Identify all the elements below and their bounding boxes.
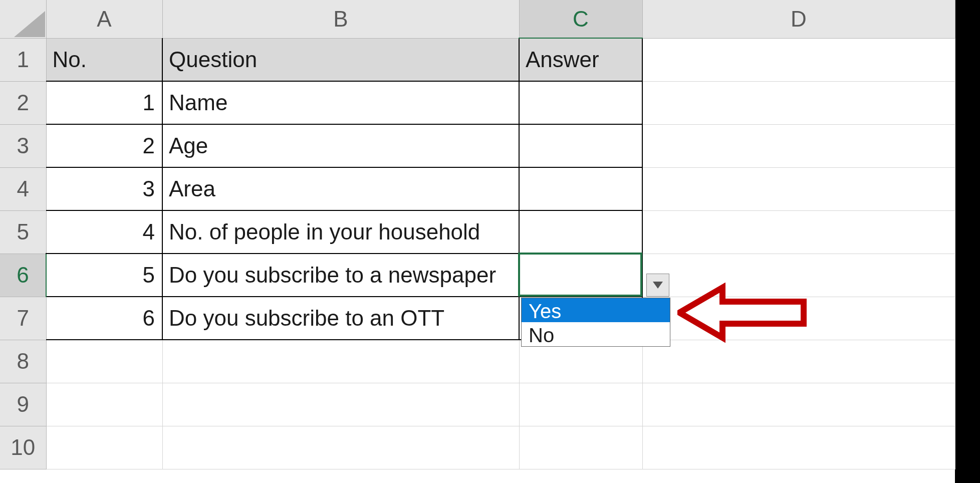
cell-B7[interactable]: Do you subscribe to an OTT (162, 297, 519, 340)
cell-C4[interactable] (519, 167, 642, 210)
row-header-7[interactable]: 7 (0, 297, 46, 340)
cell-D8[interactable] (642, 340, 955, 383)
cell-A10[interactable] (46, 426, 162, 469)
cell-D4[interactable] (642, 167, 955, 210)
annotation-arrow-icon (677, 283, 808, 343)
cell-D1[interactable] (642, 38, 955, 81)
cell-B6[interactable]: Do you subscribe to a newspaper (162, 254, 519, 297)
cell-C10[interactable] (519, 426, 642, 469)
row-header-8[interactable]: 8 (0, 340, 46, 383)
cell-B2[interactable]: Name (162, 81, 519, 124)
cell-A3[interactable]: 2 (46, 124, 162, 167)
cell-C3[interactable] (519, 124, 642, 167)
spreadsheet-viewport: A B C D 1 No. Question Answer 2 1 Name 3… (0, 0, 980, 483)
cell-C6[interactable] (519, 254, 642, 297)
cell-B8[interactable] (162, 340, 519, 383)
cell-C1[interactable]: Answer (519, 38, 642, 81)
cell-D10[interactable] (642, 426, 955, 469)
row-header-6[interactable]: 6 (0, 254, 46, 297)
data-validation-dropdown-button[interactable] (646, 274, 669, 297)
row-header-1[interactable]: 1 (0, 38, 46, 81)
cell-A8[interactable] (46, 340, 162, 383)
cell-C9[interactable] (519, 383, 642, 426)
svg-marker-0 (653, 282, 663, 289)
cell-A1[interactable]: No. (46, 38, 162, 81)
cell-A4[interactable]: 3 (46, 167, 162, 210)
cell-D2[interactable] (642, 81, 955, 124)
cell-A2[interactable]: 1 (46, 81, 162, 124)
cell-D5[interactable] (642, 210, 955, 254)
select-all-cell[interactable] (0, 0, 46, 38)
column-header-B[interactable]: B (162, 0, 519, 38)
cell-D9[interactable] (642, 383, 955, 426)
row-header-4[interactable]: 4 (0, 167, 46, 210)
cell-B1[interactable]: Question (162, 38, 519, 81)
dropdown-option-no[interactable]: No (522, 322, 670, 346)
worksheet-grid: A B C D 1 No. Question Answer 2 1 Name 3… (0, 0, 955, 469)
cell-A5[interactable]: 4 (46, 210, 162, 254)
chevron-down-icon (653, 282, 663, 289)
data-validation-dropdown-list: Yes No (521, 298, 670, 347)
cell-B5[interactable]: No. of people in your household (162, 210, 519, 254)
row-header-5[interactable]: 5 (0, 210, 46, 254)
row-header-10[interactable]: 10 (0, 426, 46, 469)
row-header-3[interactable]: 3 (0, 124, 46, 167)
column-header-D[interactable]: D (642, 0, 955, 38)
dropdown-option-yes[interactable]: Yes (522, 298, 670, 322)
row-header-9[interactable]: 9 (0, 383, 46, 426)
column-header-C[interactable]: C (519, 0, 642, 38)
column-header-A[interactable]: A (46, 0, 162, 38)
cell-B4[interactable]: Area (162, 167, 519, 210)
cell-A6[interactable]: 5 (46, 254, 162, 297)
cell-A9[interactable] (46, 383, 162, 426)
cell-B3[interactable]: Age (162, 124, 519, 167)
cell-B10[interactable] (162, 426, 519, 469)
right-edge-strip (955, 0, 980, 483)
row-header-2[interactable]: 2 (0, 81, 46, 124)
cell-C2[interactable] (519, 81, 642, 124)
cell-A7[interactable]: 6 (46, 297, 162, 340)
cell-D3[interactable] (642, 124, 955, 167)
cell-C5[interactable] (519, 210, 642, 254)
cell-B9[interactable] (162, 383, 519, 426)
